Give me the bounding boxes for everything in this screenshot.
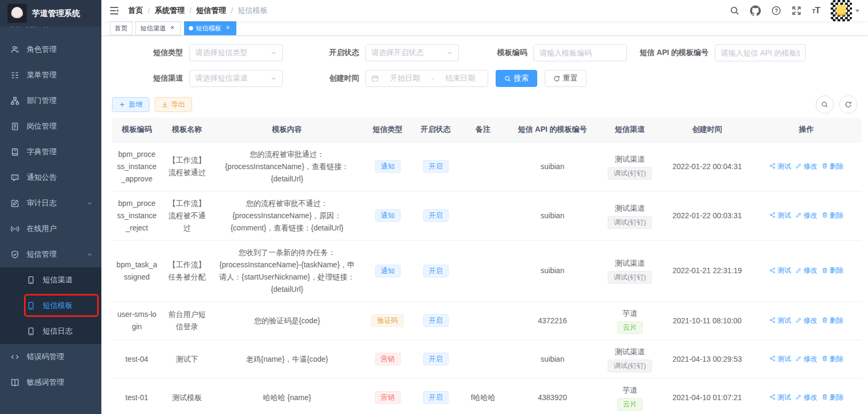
date-range-picker[interactable]: 开始日期 - 结束日期 (365, 70, 488, 87)
sidebar-item-14[interactable]: 敏感词管理 (0, 370, 101, 395)
breadcrumb-item-1[interactable]: 系统管理 (155, 6, 185, 15)
delete-link[interactable]: 删除 (822, 264, 843, 276)
role-icon (11, 45, 19, 54)
delete-link[interactable]: 删除 (822, 391, 843, 403)
table-header-row: 模板编码模板名称模板内容短信类型开启状态备注短信 API 的模板编号短信渠道创建… (112, 118, 862, 142)
edit-link[interactable]: 修改 (795, 391, 817, 403)
tab-2[interactable]: 短信模板× (184, 21, 236, 35)
channel-tag: 云片 (617, 398, 643, 411)
delete-link[interactable]: 删除 (822, 314, 843, 327)
test-link[interactable]: 测试 (769, 391, 791, 403)
sidebar-item-4[interactable]: 岗位管理 (0, 114, 101, 139)
api-template-input[interactable] (721, 45, 800, 61)
column-header-2: 模板内容 (212, 118, 362, 142)
sidebar-item-2[interactable]: 菜单管理 (0, 62, 101, 88)
sms-type-select[interactable]: 请选择短信类型 (189, 44, 283, 61)
test-link[interactable]: 测试 (769, 314, 791, 327)
reset-button[interactable]: 重置 (545, 70, 586, 87)
sidebar-item-label: 错误码管理 (27, 352, 64, 362)
status-tag: 开启 (423, 353, 449, 365)
table-row: bpm_task_assigned【工作流】任务被分配您收到了一条新的待办任务：… (112, 240, 862, 301)
tab-1[interactable]: 短信渠道× (136, 21, 181, 35)
edit-link[interactable]: 修改 (795, 353, 817, 365)
calendar-icon (371, 75, 379, 82)
add-button[interactable]: 新增 (112, 97, 149, 112)
sidebar-item-label: 通知公告 (27, 173, 57, 182)
tab-0[interactable]: 首页 (110, 21, 132, 35)
svg-text:?: ? (775, 8, 778, 14)
channel-select[interactable]: 请选择短信渠道 (189, 70, 283, 87)
sidebar-item-1[interactable]: 角色管理 (0, 37, 101, 62)
post-icon (11, 122, 19, 131)
template-code-cell: bpm_process_instance_approve (112, 142, 162, 191)
help-icon[interactable]: ? (771, 6, 781, 15)
edit-link[interactable]: 修改 (795, 209, 817, 221)
sidebar-collapse-icon[interactable] (109, 5, 120, 16)
delete-link[interactable]: 删除 (822, 160, 843, 172)
status-tag: 开启 (423, 209, 449, 222)
sidebar-item-label: 短信日志 (43, 327, 73, 336)
sidebar-item-3[interactable]: 部门管理 (0, 88, 101, 114)
font-size-icon[interactable]: TT (812, 5, 820, 16)
template-code-input[interactable] (539, 45, 621, 61)
template-code-cell: test-04 (112, 340, 162, 378)
edit-link[interactable]: 修改 (795, 160, 817, 172)
export-button[interactable]: 导出 (155, 97, 192, 112)
sidebar-item-5[interactable]: 字典管理 (0, 139, 101, 165)
sidebar-item-label: 角色管理 (27, 45, 57, 54)
sidebar-item-label: 字典管理 (27, 147, 57, 157)
table-header: 模板编码模板名称模板内容短信类型开启状态备注短信 API 的模板编号短信渠道创建… (112, 118, 862, 142)
avatar[interactable] (831, 0, 852, 21)
search-icon[interactable] (730, 6, 739, 15)
sidebar-item-sub-11[interactable]: 短信模板 (0, 293, 101, 319)
close-icon[interactable]: × (169, 25, 176, 32)
sidebar-item-13[interactable]: 错误码管理 (0, 344, 101, 370)
channel-tag-wrap: 云片 (601, 321, 659, 334)
user-menu[interactable] (831, 0, 859, 21)
sidebar-item-sub-12[interactable]: 短信日志 (0, 319, 101, 344)
sidebar-item-7[interactable]: 审计日志 (0, 190, 101, 216)
delete-link[interactable]: 删除 (822, 209, 843, 221)
channel-tag: 调试(钉钉) (608, 167, 652, 180)
book-icon (11, 378, 19, 387)
fullscreen-icon[interactable] (792, 6, 801, 15)
channel-name: 测试渠道 (601, 203, 659, 213)
actions-cell: 测试修改删除 (751, 301, 862, 340)
test-link[interactable]: 测试 (769, 160, 791, 172)
column-header-1: 模板名称 (162, 118, 212, 142)
sidebar-item-sub-10[interactable]: 短信渠道 (0, 267, 101, 293)
template-code-cell: user-sms-login (112, 301, 162, 340)
edit-link[interactable]: 修改 (795, 314, 817, 327)
actions-cell: 测试修改删除 (751, 378, 862, 414)
delete-link[interactable]: 删除 (822, 353, 843, 365)
status-select[interactable]: 请选择开启状态 (365, 44, 459, 61)
breadcrumb-item-2[interactable]: 短信管理 (196, 6, 226, 15)
sidebar-item-9[interactable]: 短信管理 (0, 242, 101, 267)
channel-tag: 调试(钉钉) (608, 216, 652, 229)
channel-cell: 芋道云片 (596, 301, 663, 340)
sidebar-item-6[interactable]: 通知公告 (0, 165, 101, 190)
close-icon[interactable]: × (224, 25, 232, 32)
template-content-cell: 您的流程被审批不通过：{processInstanceName}，原因：{com… (212, 191, 362, 240)
remark-cell (458, 240, 508, 301)
hide-search-button[interactable] (816, 95, 834, 114)
edit-icon (795, 212, 802, 218)
sms-type-cell: 营销 (362, 378, 413, 414)
refresh-button[interactable] (839, 95, 857, 114)
api-template-field-wrap (715, 44, 806, 61)
channel-name: 测试渠道 (601, 154, 659, 164)
delete-link-label: 删除 (830, 209, 843, 221)
test-link[interactable]: 测试 (769, 264, 791, 276)
sidebar-item-8[interactable]: 在线用户 (0, 216, 101, 242)
search-button[interactable]: 搜索 (496, 70, 537, 87)
delete-icon (822, 212, 828, 218)
column-header-9: 操作 (751, 118, 862, 142)
test-icon (769, 163, 776, 169)
breadcrumb-item-0[interactable]: 首页 (128, 6, 143, 15)
dept-icon (11, 97, 19, 105)
edit-link[interactable]: 修改 (795, 264, 817, 276)
test-link[interactable]: 测试 (769, 353, 791, 365)
edit-icon (795, 355, 802, 362)
test-link[interactable]: 测试 (769, 209, 791, 221)
github-icon[interactable] (750, 5, 761, 16)
